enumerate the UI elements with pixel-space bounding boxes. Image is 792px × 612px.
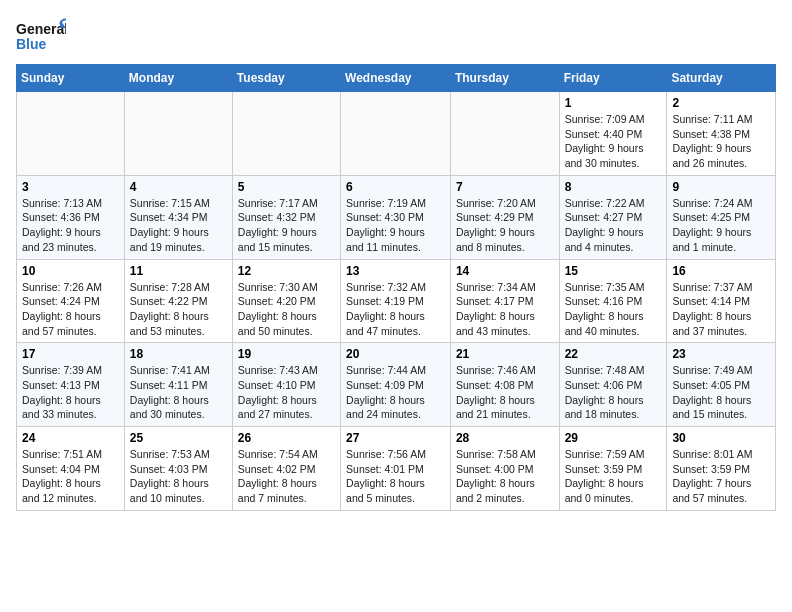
calendar-cell: 7Sunrise: 7:20 AM Sunset: 4:29 PM Daylig… [450, 175, 559, 259]
day-info: Sunrise: 7:41 AM Sunset: 4:11 PM Dayligh… [130, 363, 227, 422]
calendar-cell: 29Sunrise: 7:59 AM Sunset: 3:59 PM Dayli… [559, 427, 667, 511]
day-info: Sunrise: 7:19 AM Sunset: 4:30 PM Dayligh… [346, 196, 445, 255]
calendar-cell: 28Sunrise: 7:58 AM Sunset: 4:00 PM Dayli… [450, 427, 559, 511]
calendar-cell: 21Sunrise: 7:46 AM Sunset: 4:08 PM Dayli… [450, 343, 559, 427]
day-number: 12 [238, 264, 335, 278]
day-number: 10 [22, 264, 119, 278]
day-number: 22 [565, 347, 662, 361]
calendar-cell [17, 92, 125, 176]
calendar-cell: 6Sunrise: 7:19 AM Sunset: 4:30 PM Daylig… [341, 175, 451, 259]
calendar-cell: 22Sunrise: 7:48 AM Sunset: 4:06 PM Dayli… [559, 343, 667, 427]
day-number: 24 [22, 431, 119, 445]
day-number: 8 [565, 180, 662, 194]
calendar-cell: 4Sunrise: 7:15 AM Sunset: 4:34 PM Daylig… [124, 175, 232, 259]
svg-text:General: General [16, 21, 66, 37]
calendar-cell: 9Sunrise: 7:24 AM Sunset: 4:25 PM Daylig… [667, 175, 776, 259]
day-number: 25 [130, 431, 227, 445]
day-info: Sunrise: 7:17 AM Sunset: 4:32 PM Dayligh… [238, 196, 335, 255]
day-info: Sunrise: 7:48 AM Sunset: 4:06 PM Dayligh… [565, 363, 662, 422]
day-info: Sunrise: 7:09 AM Sunset: 4:40 PM Dayligh… [565, 112, 662, 171]
day-number: 18 [130, 347, 227, 361]
day-number: 17 [22, 347, 119, 361]
calendar-cell: 1Sunrise: 7:09 AM Sunset: 4:40 PM Daylig… [559, 92, 667, 176]
weekday-header-friday: Friday [559, 65, 667, 92]
logo: GeneralBlue [16, 16, 66, 56]
calendar: SundayMondayTuesdayWednesdayThursdayFrid… [16, 64, 776, 511]
day-number: 6 [346, 180, 445, 194]
day-number: 15 [565, 264, 662, 278]
week-row-1: 1Sunrise: 7:09 AM Sunset: 4:40 PM Daylig… [17, 92, 776, 176]
week-row-4: 17Sunrise: 7:39 AM Sunset: 4:13 PM Dayli… [17, 343, 776, 427]
calendar-cell: 15Sunrise: 7:35 AM Sunset: 4:16 PM Dayli… [559, 259, 667, 343]
day-info: Sunrise: 7:54 AM Sunset: 4:02 PM Dayligh… [238, 447, 335, 506]
weekday-header-saturday: Saturday [667, 65, 776, 92]
day-number: 11 [130, 264, 227, 278]
day-number: 3 [22, 180, 119, 194]
day-info: Sunrise: 7:13 AM Sunset: 4:36 PM Dayligh… [22, 196, 119, 255]
week-row-2: 3Sunrise: 7:13 AM Sunset: 4:36 PM Daylig… [17, 175, 776, 259]
day-info: Sunrise: 7:34 AM Sunset: 4:17 PM Dayligh… [456, 280, 554, 339]
day-info: Sunrise: 7:32 AM Sunset: 4:19 PM Dayligh… [346, 280, 445, 339]
day-info: Sunrise: 8:01 AM Sunset: 3:59 PM Dayligh… [672, 447, 770, 506]
day-info: Sunrise: 7:44 AM Sunset: 4:09 PM Dayligh… [346, 363, 445, 422]
calendar-cell: 20Sunrise: 7:44 AM Sunset: 4:09 PM Dayli… [341, 343, 451, 427]
logo-icon: GeneralBlue [16, 16, 66, 56]
calendar-cell: 30Sunrise: 8:01 AM Sunset: 3:59 PM Dayli… [667, 427, 776, 511]
day-info: Sunrise: 7:11 AM Sunset: 4:38 PM Dayligh… [672, 112, 770, 171]
day-info: Sunrise: 7:24 AM Sunset: 4:25 PM Dayligh… [672, 196, 770, 255]
calendar-cell [232, 92, 340, 176]
calendar-cell: 2Sunrise: 7:11 AM Sunset: 4:38 PM Daylig… [667, 92, 776, 176]
day-info: Sunrise: 7:51 AM Sunset: 4:04 PM Dayligh… [22, 447, 119, 506]
day-info: Sunrise: 7:20 AM Sunset: 4:29 PM Dayligh… [456, 196, 554, 255]
day-info: Sunrise: 7:28 AM Sunset: 4:22 PM Dayligh… [130, 280, 227, 339]
calendar-cell: 25Sunrise: 7:53 AM Sunset: 4:03 PM Dayli… [124, 427, 232, 511]
weekday-header-sunday: Sunday [17, 65, 125, 92]
day-info: Sunrise: 7:46 AM Sunset: 4:08 PM Dayligh… [456, 363, 554, 422]
calendar-cell: 13Sunrise: 7:32 AM Sunset: 4:19 PM Dayli… [341, 259, 451, 343]
day-info: Sunrise: 7:56 AM Sunset: 4:01 PM Dayligh… [346, 447, 445, 506]
weekday-header-tuesday: Tuesday [232, 65, 340, 92]
day-info: Sunrise: 7:39 AM Sunset: 4:13 PM Dayligh… [22, 363, 119, 422]
day-number: 2 [672, 96, 770, 110]
day-info: Sunrise: 7:49 AM Sunset: 4:05 PM Dayligh… [672, 363, 770, 422]
day-number: 19 [238, 347, 335, 361]
day-info: Sunrise: 7:35 AM Sunset: 4:16 PM Dayligh… [565, 280, 662, 339]
week-row-5: 24Sunrise: 7:51 AM Sunset: 4:04 PM Dayli… [17, 427, 776, 511]
day-info: Sunrise: 7:30 AM Sunset: 4:20 PM Dayligh… [238, 280, 335, 339]
header: GeneralBlue [16, 16, 776, 56]
day-number: 14 [456, 264, 554, 278]
day-info: Sunrise: 7:58 AM Sunset: 4:00 PM Dayligh… [456, 447, 554, 506]
day-info: Sunrise: 7:37 AM Sunset: 4:14 PM Dayligh… [672, 280, 770, 339]
day-number: 9 [672, 180, 770, 194]
day-number: 23 [672, 347, 770, 361]
calendar-cell: 24Sunrise: 7:51 AM Sunset: 4:04 PM Dayli… [17, 427, 125, 511]
calendar-cell: 8Sunrise: 7:22 AM Sunset: 4:27 PM Daylig… [559, 175, 667, 259]
calendar-cell: 18Sunrise: 7:41 AM Sunset: 4:11 PM Dayli… [124, 343, 232, 427]
calendar-cell: 23Sunrise: 7:49 AM Sunset: 4:05 PM Dayli… [667, 343, 776, 427]
calendar-cell: 26Sunrise: 7:54 AM Sunset: 4:02 PM Dayli… [232, 427, 340, 511]
weekday-header-row: SundayMondayTuesdayWednesdayThursdayFrid… [17, 65, 776, 92]
calendar-cell: 10Sunrise: 7:26 AM Sunset: 4:24 PM Dayli… [17, 259, 125, 343]
day-number: 7 [456, 180, 554, 194]
day-number: 30 [672, 431, 770, 445]
week-row-3: 10Sunrise: 7:26 AM Sunset: 4:24 PM Dayli… [17, 259, 776, 343]
calendar-cell [124, 92, 232, 176]
weekday-header-monday: Monday [124, 65, 232, 92]
weekday-header-wednesday: Wednesday [341, 65, 451, 92]
calendar-cell: 12Sunrise: 7:30 AM Sunset: 4:20 PM Dayli… [232, 259, 340, 343]
calendar-cell: 3Sunrise: 7:13 AM Sunset: 4:36 PM Daylig… [17, 175, 125, 259]
day-number: 13 [346, 264, 445, 278]
calendar-cell: 5Sunrise: 7:17 AM Sunset: 4:32 PM Daylig… [232, 175, 340, 259]
day-number: 5 [238, 180, 335, 194]
day-number: 21 [456, 347, 554, 361]
day-number: 29 [565, 431, 662, 445]
calendar-cell: 19Sunrise: 7:43 AM Sunset: 4:10 PM Dayli… [232, 343, 340, 427]
calendar-cell: 11Sunrise: 7:28 AM Sunset: 4:22 PM Dayli… [124, 259, 232, 343]
day-number: 20 [346, 347, 445, 361]
day-info: Sunrise: 7:43 AM Sunset: 4:10 PM Dayligh… [238, 363, 335, 422]
day-info: Sunrise: 7:59 AM Sunset: 3:59 PM Dayligh… [565, 447, 662, 506]
svg-text:Blue: Blue [16, 36, 47, 52]
day-number: 27 [346, 431, 445, 445]
calendar-cell [341, 92, 451, 176]
day-info: Sunrise: 7:15 AM Sunset: 4:34 PM Dayligh… [130, 196, 227, 255]
